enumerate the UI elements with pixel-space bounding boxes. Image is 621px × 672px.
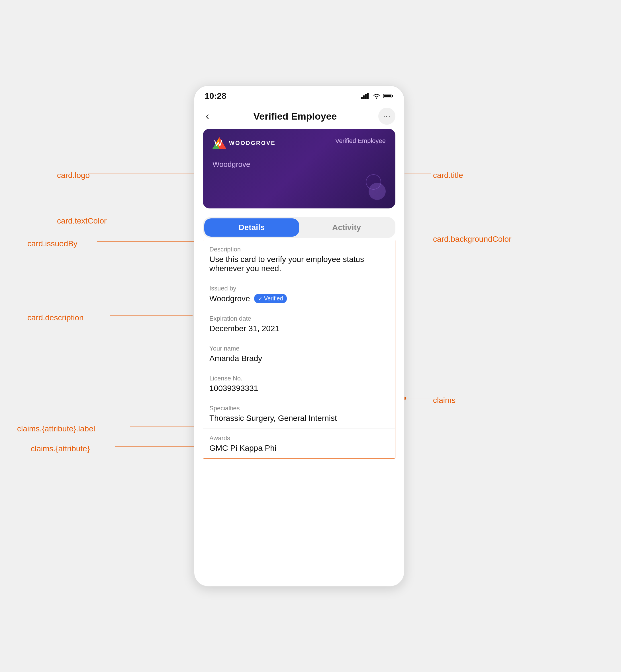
description-value: Use this card to verify your employee st… — [209, 255, 389, 273]
verified-badge-text: Verified — [264, 295, 283, 302]
issued-by-value-row: Woodgrove ✓ Verified — [209, 294, 389, 303]
signal-icon — [361, 93, 370, 99]
outer-wrapper: card.logo card.title card.textColor card… — [0, 0, 621, 672]
back-button[interactable]: ‹ — [203, 109, 212, 123]
annotation-line-textcolor-h — [120, 219, 194, 219]
annotation-card-title: card.title — [433, 171, 463, 180]
annotation-card-textcolor-bot: card.textColor — [57, 216, 107, 226]
phone-container: 10:28 — [194, 85, 405, 587]
detail-name: Your name Amanda Brady — [203, 339, 395, 369]
wifi-icon — [373, 93, 381, 99]
status-time: 10:28 — [205, 91, 226, 101]
annotation-line-claims — [405, 398, 432, 398]
annotation-card-issuer: card.issuedBy — [27, 239, 78, 248]
verified-check-icon: ✓ — [258, 296, 262, 302]
svg-marker-10 — [219, 137, 226, 149]
employee-card: WOODGROVE Verified Employee Woodgrove — [203, 129, 396, 209]
annotation-line-attr-label — [130, 427, 197, 427]
issued-by-label: Issued by — [209, 285, 389, 292]
svg-rect-1 — [363, 95, 365, 99]
expiration-label: Expiration date — [209, 315, 389, 322]
annotation-claims-attr: claims.{attribute} — [31, 444, 90, 453]
tabs-container: Details Activity — [203, 217, 396, 238]
license-value: 10039393331 — [209, 384, 389, 393]
svg-point-4 — [376, 98, 377, 99]
awards-label: Awards — [209, 435, 389, 442]
card-bottom-row: Woodgrove — [212, 160, 386, 169]
svg-rect-7 — [384, 94, 391, 97]
issued-by-value: Woodgrove — [209, 294, 250, 303]
status-bar: 10:28 — [194, 86, 404, 104]
specialties-label: Specialties — [209, 405, 389, 412]
card-logo-text: WOODGROVE — [229, 140, 276, 146]
svg-rect-2 — [365, 94, 367, 99]
detail-license: License No. 10039393331 — [203, 369, 395, 399]
svg-rect-0 — [361, 97, 363, 99]
detail-expiration: Expiration date December 31, 2021 — [203, 309, 395, 339]
detail-issued-by: Issued by Woodgrove ✓ Verified — [203, 279, 395, 309]
battery-icon — [383, 93, 394, 99]
annotation-card-desc: card.description — [27, 313, 84, 322]
svg-rect-3 — [367, 93, 369, 99]
detail-awards: Awards GMC Pi Kappa Phi — [203, 429, 395, 458]
details-content: Description Use this card to verify your… — [203, 240, 396, 459]
annotation-card-logo: card.logo — [57, 171, 90, 180]
page-title: Verified Employee — [253, 111, 337, 122]
annotation-line-attr — [115, 446, 196, 447]
name-label: Your name — [209, 345, 389, 352]
name-value: Amanda Brady — [209, 354, 389, 363]
card-logo: WOODGROVE — [212, 137, 276, 149]
annotation-line-issuer — [97, 241, 197, 242]
header: ‹ Verified Employee ··· — [194, 104, 404, 129]
card-issuer: Woodgrove — [212, 160, 250, 169]
more-button[interactable]: ··· — [378, 107, 396, 125]
status-icons — [361, 93, 394, 99]
expiration-value: December 31, 2021 — [209, 324, 389, 333]
tab-activity[interactable]: Activity — [299, 218, 394, 237]
svg-rect-6 — [392, 95, 393, 97]
verified-badge: ✓ Verified — [254, 294, 287, 303]
annotation-claims-attr-label: claims.{attribute}.label — [17, 424, 95, 433]
card-title: Verified Employee — [335, 137, 386, 145]
card-top-row: WOODGROVE Verified Employee — [212, 137, 386, 149]
detail-specialties: Specialties Thorassic Surgery, General I… — [203, 399, 395, 429]
annotation-card-bgcolor: card.backgroundColor — [433, 235, 511, 244]
description-label: Description — [209, 246, 389, 253]
awards-value: GMC Pi Kappa Phi — [209, 444, 389, 453]
annotation-line-desc — [110, 315, 193, 316]
specialties-value: Thorassic Surgery, General Internist — [209, 414, 389, 423]
license-label: License No. — [209, 375, 389, 382]
detail-description: Description Use this card to verify your… — [203, 240, 395, 279]
annotation-claims: claims — [433, 396, 455, 405]
tab-details[interactable]: Details — [204, 218, 299, 237]
card-decoration — [369, 183, 386, 200]
woodgrove-logo-icon — [212, 137, 226, 149]
